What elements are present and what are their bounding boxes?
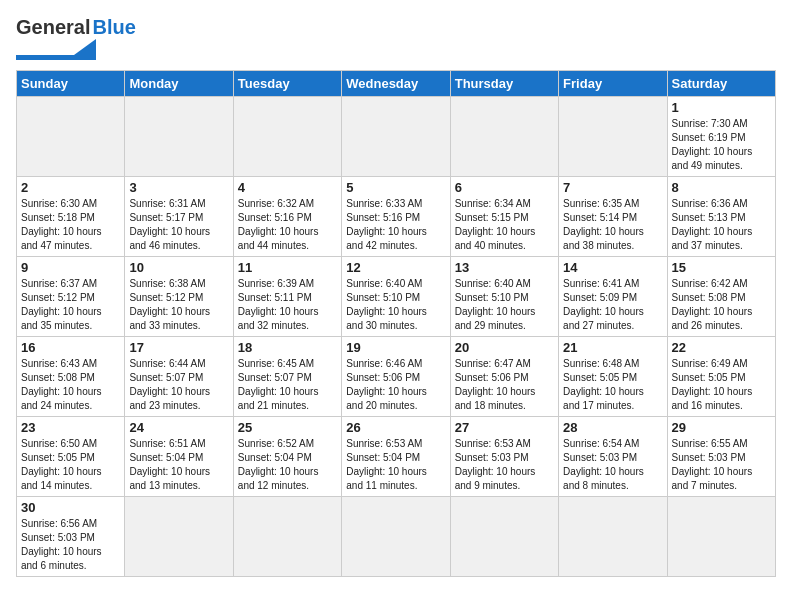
day-info: Sunrise: 6:53 AMSunset: 5:04 PMDaylight:… xyxy=(346,437,445,493)
calendar-cell xyxy=(342,497,450,577)
calendar-week-5: 23Sunrise: 6:50 AMSunset: 5:05 PMDayligh… xyxy=(17,417,776,497)
calendar-cell: 11Sunrise: 6:39 AMSunset: 5:11 PMDayligh… xyxy=(233,257,341,337)
calendar-cell: 29Sunrise: 6:55 AMSunset: 5:03 PMDayligh… xyxy=(667,417,775,497)
day-info: Sunrise: 6:49 AMSunset: 5:05 PMDaylight:… xyxy=(672,357,771,413)
calendar-cell: 4Sunrise: 6:32 AMSunset: 5:16 PMDaylight… xyxy=(233,177,341,257)
calendar-cell: 24Sunrise: 6:51 AMSunset: 5:04 PMDayligh… xyxy=(125,417,233,497)
calendar-cell xyxy=(233,97,341,177)
day-info: Sunrise: 6:44 AMSunset: 5:07 PMDaylight:… xyxy=(129,357,228,413)
col-header-friday: Friday xyxy=(559,71,667,97)
calendar-cell: 14Sunrise: 6:41 AMSunset: 5:09 PMDayligh… xyxy=(559,257,667,337)
day-number: 9 xyxy=(21,260,120,275)
calendar-cell: 26Sunrise: 6:53 AMSunset: 5:04 PMDayligh… xyxy=(342,417,450,497)
day-info: Sunrise: 6:52 AMSunset: 5:04 PMDaylight:… xyxy=(238,437,337,493)
day-info: Sunrise: 6:54 AMSunset: 5:03 PMDaylight:… xyxy=(563,437,662,493)
day-info: Sunrise: 6:38 AMSunset: 5:12 PMDaylight:… xyxy=(129,277,228,333)
calendar-cell: 2Sunrise: 6:30 AMSunset: 5:18 PMDaylight… xyxy=(17,177,125,257)
day-info: Sunrise: 6:33 AMSunset: 5:16 PMDaylight:… xyxy=(346,197,445,253)
day-number: 11 xyxy=(238,260,337,275)
calendar-cell: 12Sunrise: 6:40 AMSunset: 5:10 PMDayligh… xyxy=(342,257,450,337)
day-number: 1 xyxy=(672,100,771,115)
day-info: Sunrise: 6:50 AMSunset: 5:05 PMDaylight:… xyxy=(21,437,120,493)
calendar-cell: 27Sunrise: 6:53 AMSunset: 5:03 PMDayligh… xyxy=(450,417,558,497)
day-number: 16 xyxy=(21,340,120,355)
calendar-cell: 10Sunrise: 6:38 AMSunset: 5:12 PMDayligh… xyxy=(125,257,233,337)
col-header-saturday: Saturday xyxy=(667,71,775,97)
logo-blue: Blue xyxy=(92,16,135,39)
day-info: Sunrise: 6:39 AMSunset: 5:11 PMDaylight:… xyxy=(238,277,337,333)
calendar-cell: 17Sunrise: 6:44 AMSunset: 5:07 PMDayligh… xyxy=(125,337,233,417)
calendar-cell xyxy=(125,97,233,177)
calendar-week-2: 2Sunrise: 6:30 AMSunset: 5:18 PMDaylight… xyxy=(17,177,776,257)
calendar-cell xyxy=(667,497,775,577)
day-info: Sunrise: 6:31 AMSunset: 5:17 PMDaylight:… xyxy=(129,197,228,253)
day-number: 22 xyxy=(672,340,771,355)
day-number: 14 xyxy=(563,260,662,275)
calendar-cell: 21Sunrise: 6:48 AMSunset: 5:05 PMDayligh… xyxy=(559,337,667,417)
day-number: 26 xyxy=(346,420,445,435)
calendar-cell xyxy=(17,97,125,177)
day-info: Sunrise: 6:41 AMSunset: 5:09 PMDaylight:… xyxy=(563,277,662,333)
day-info: Sunrise: 6:46 AMSunset: 5:06 PMDaylight:… xyxy=(346,357,445,413)
day-info: Sunrise: 7:30 AMSunset: 6:19 PMDaylight:… xyxy=(672,117,771,173)
calendar-cell: 13Sunrise: 6:40 AMSunset: 5:10 PMDayligh… xyxy=(450,257,558,337)
day-info: Sunrise: 6:45 AMSunset: 5:07 PMDaylight:… xyxy=(238,357,337,413)
day-info: Sunrise: 6:51 AMSunset: 5:04 PMDaylight:… xyxy=(129,437,228,493)
day-number: 10 xyxy=(129,260,228,275)
calendar-cell xyxy=(125,497,233,577)
calendar-cell: 7Sunrise: 6:35 AMSunset: 5:14 PMDaylight… xyxy=(559,177,667,257)
day-number: 29 xyxy=(672,420,771,435)
calendar-week-6: 30Sunrise: 6:56 AMSunset: 5:03 PMDayligh… xyxy=(17,497,776,577)
calendar-cell xyxy=(559,497,667,577)
calendar-cell xyxy=(233,497,341,577)
calendar-cell: 19Sunrise: 6:46 AMSunset: 5:06 PMDayligh… xyxy=(342,337,450,417)
calendar-week-1: 1Sunrise: 7:30 AMSunset: 6:19 PMDaylight… xyxy=(17,97,776,177)
calendar-cell xyxy=(559,97,667,177)
col-header-wednesday: Wednesday xyxy=(342,71,450,97)
calendar-week-4: 16Sunrise: 6:43 AMSunset: 5:08 PMDayligh… xyxy=(17,337,776,417)
day-info: Sunrise: 6:36 AMSunset: 5:13 PMDaylight:… xyxy=(672,197,771,253)
day-info: Sunrise: 6:40 AMSunset: 5:10 PMDaylight:… xyxy=(346,277,445,333)
day-number: 19 xyxy=(346,340,445,355)
day-number: 12 xyxy=(346,260,445,275)
day-info: Sunrise: 6:34 AMSunset: 5:15 PMDaylight:… xyxy=(455,197,554,253)
logo-general: General xyxy=(16,16,90,39)
day-info: Sunrise: 6:35 AMSunset: 5:14 PMDaylight:… xyxy=(563,197,662,253)
day-number: 18 xyxy=(238,340,337,355)
col-header-tuesday: Tuesday xyxy=(233,71,341,97)
day-number: 4 xyxy=(238,180,337,195)
logo: General Blue xyxy=(16,16,136,60)
col-header-thursday: Thursday xyxy=(450,71,558,97)
calendar-cell xyxy=(450,97,558,177)
day-number: 6 xyxy=(455,180,554,195)
calendar-table: SundayMondayTuesdayWednesdayThursdayFrid… xyxy=(16,70,776,577)
day-info: Sunrise: 6:32 AMSunset: 5:16 PMDaylight:… xyxy=(238,197,337,253)
calendar-cell: 8Sunrise: 6:36 AMSunset: 5:13 PMDaylight… xyxy=(667,177,775,257)
page-header: General Blue xyxy=(16,16,776,60)
calendar-cell xyxy=(342,97,450,177)
calendar-cell: 22Sunrise: 6:49 AMSunset: 5:05 PMDayligh… xyxy=(667,337,775,417)
day-info: Sunrise: 6:55 AMSunset: 5:03 PMDaylight:… xyxy=(672,437,771,493)
day-info: Sunrise: 6:37 AMSunset: 5:12 PMDaylight:… xyxy=(21,277,120,333)
day-number: 25 xyxy=(238,420,337,435)
day-number: 2 xyxy=(21,180,120,195)
calendar-cell: 18Sunrise: 6:45 AMSunset: 5:07 PMDayligh… xyxy=(233,337,341,417)
calendar-cell xyxy=(450,497,558,577)
calendar-week-3: 9Sunrise: 6:37 AMSunset: 5:12 PMDaylight… xyxy=(17,257,776,337)
calendar-cell: 23Sunrise: 6:50 AMSunset: 5:05 PMDayligh… xyxy=(17,417,125,497)
day-info: Sunrise: 6:40 AMSunset: 5:10 PMDaylight:… xyxy=(455,277,554,333)
day-number: 5 xyxy=(346,180,445,195)
day-number: 30 xyxy=(21,500,120,515)
calendar-cell: 5Sunrise: 6:33 AMSunset: 5:16 PMDaylight… xyxy=(342,177,450,257)
calendar-cell: 20Sunrise: 6:47 AMSunset: 5:06 PMDayligh… xyxy=(450,337,558,417)
day-number: 20 xyxy=(455,340,554,355)
day-info: Sunrise: 6:42 AMSunset: 5:08 PMDaylight:… xyxy=(672,277,771,333)
calendar-cell: 6Sunrise: 6:34 AMSunset: 5:15 PMDaylight… xyxy=(450,177,558,257)
day-info: Sunrise: 6:56 AMSunset: 5:03 PMDaylight:… xyxy=(21,517,120,573)
day-info: Sunrise: 6:53 AMSunset: 5:03 PMDaylight:… xyxy=(455,437,554,493)
day-number: 23 xyxy=(21,420,120,435)
day-info: Sunrise: 6:30 AMSunset: 5:18 PMDaylight:… xyxy=(21,197,120,253)
day-number: 15 xyxy=(672,260,771,275)
day-number: 17 xyxy=(129,340,228,355)
calendar-cell: 15Sunrise: 6:42 AMSunset: 5:08 PMDayligh… xyxy=(667,257,775,337)
